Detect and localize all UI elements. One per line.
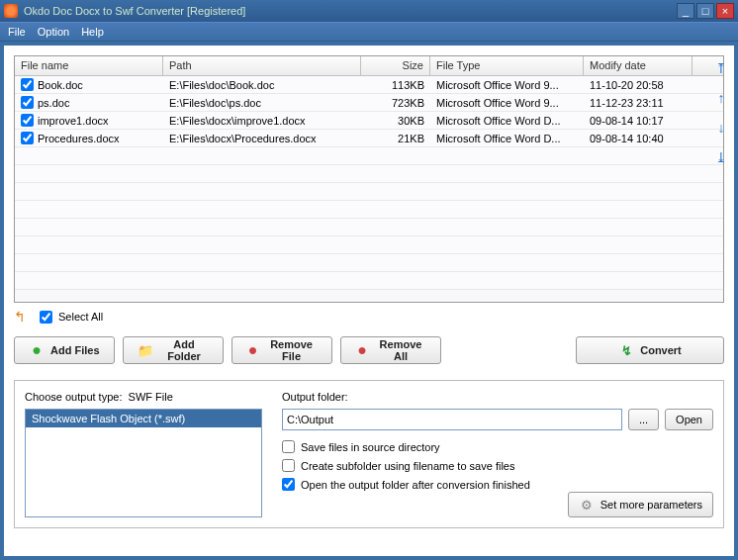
output-type-listbox[interactable]: Shockwave Flash Object (*.swf) [25, 409, 262, 517]
menu-help[interactable]: Help [81, 26, 104, 38]
cell-name: Procedures.docx [15, 130, 163, 146]
table-row[interactable]: ps.docE:\Files\doc\ps.doc723KBMicrosoft … [15, 94, 723, 112]
open-after-checkbox[interactable] [282, 478, 295, 491]
bottom-panel: Choose output type: SWF File Shockwave F… [14, 380, 724, 528]
add-files-button[interactable]: ●Add Files [14, 336, 115, 364]
col-header-size[interactable]: Size [361, 56, 430, 75]
output-folder-label: Output folder: [282, 391, 713, 403]
save-source-checkbox[interactable] [282, 440, 295, 453]
cell-type: Microsoft Office Word D... [430, 130, 584, 146]
up-folder-icon[interactable]: ↰ [14, 309, 26, 325]
cell-type: Microsoft Office Word 9... [430, 76, 584, 93]
content-area: File name Path Size File Type Modify dat… [4, 46, 734, 556]
open-after-label: Open the output folder after conversion … [301, 479, 530, 491]
col-header-path[interactable]: Path [163, 56, 361, 75]
cell-type: Microsoft Office Word 9... [430, 94, 584, 111]
cell-name: improve1.docx [15, 112, 163, 129]
gear-icon: ⚙ [579, 497, 595, 513]
maximize-button[interactable]: □ [696, 3, 714, 19]
plus-icon: ● [29, 342, 45, 358]
table-row[interactable]: Book.docE:\Files\doc\Book.doc113KBMicros… [15, 76, 723, 94]
cell-size: 113KB [361, 76, 430, 93]
cell-size: 30KB [361, 112, 430, 129]
save-source-label: Save files in source directory [301, 441, 440, 453]
set-more-parameters-button[interactable]: ⚙Set more parameters [568, 492, 713, 517]
move-down-button[interactable]: ↓ [712, 119, 730, 137]
move-bottom-button[interactable]: ⤓ [712, 148, 730, 166]
move-top-button[interactable]: ⤒ [712, 59, 730, 77]
menu-file[interactable]: File [8, 26, 26, 38]
table-row[interactable]: improve1.docxE:\Files\docx\improve1.docx… [15, 112, 723, 130]
add-files-label: Add Files [50, 344, 100, 356]
select-all-label: Select All [58, 311, 103, 323]
x-icon: ● [355, 342, 369, 358]
reorder-arrows: ⤒ ↑ ↓ ⤓ [708, 55, 734, 170]
table-row [15, 254, 723, 272]
close-button[interactable]: × [716, 3, 734, 19]
col-header-type[interactable]: File Type [430, 56, 584, 75]
titlebar: Okdo Doc Docx to Swf Converter [Register… [0, 0, 738, 22]
cell-name: ps.doc [15, 94, 163, 111]
col-header-name[interactable]: File name [15, 56, 163, 75]
cell-type: Microsoft Office Word D... [430, 112, 584, 129]
row-checkbox[interactable] [21, 132, 34, 144]
row-checkbox[interactable] [21, 78, 34, 91]
remove-file-button[interactable]: ●Remove File [231, 336, 332, 364]
cell-size: 723KB [361, 94, 430, 111]
table-row [15, 165, 723, 183]
remove-all-label: Remove All [375, 338, 426, 362]
remove-file-label: Remove File [265, 338, 318, 362]
menu-option[interactable]: Option [38, 26, 69, 38]
minimize-button[interactable]: _ [677, 3, 694, 19]
table-row [15, 219, 723, 236]
create-sub-checkbox[interactable] [282, 459, 295, 472]
add-folder-label: Add Folder [159, 338, 209, 362]
table-row [15, 201, 723, 219]
row-checkbox[interactable] [21, 96, 34, 109]
select-all-checkbox[interactable] [40, 311, 52, 324]
table-row [15, 183, 723, 201]
table-row [15, 147, 723, 165]
cell-date: 11-10-20 20:58 [584, 76, 692, 93]
cell-path: E:\Files\docx\improve1.docx [163, 112, 361, 129]
remove-all-button[interactable]: ●Remove All [340, 336, 441, 364]
app-icon [4, 4, 18, 18]
create-sub-label: Create subfolder using filename to save … [301, 460, 514, 472]
output-type-item[interactable]: Shockwave Flash Object (*.swf) [26, 410, 261, 427]
file-grid: File name Path Size File Type Modify dat… [14, 55, 724, 303]
cell-name: Book.doc [15, 76, 163, 93]
convert-label: Convert [640, 344, 682, 356]
table-row [15, 272, 723, 290]
browse-button[interactable]: ... [628, 409, 659, 430]
open-button[interactable]: Open [665, 409, 713, 430]
convert-button[interactable]: ↯Convert [576, 336, 724, 364]
cell-date: 11-12-23 23:11 [584, 94, 692, 111]
cell-path: E:\Files\docx\Procedures.docx [163, 130, 361, 146]
cell-path: E:\Files\doc\Book.doc [163, 76, 361, 93]
menubar: File Option Help [0, 22, 738, 42]
add-folder-button[interactable]: 📁Add Folder [123, 336, 224, 364]
set-more-parameters-label: Set more parameters [600, 499, 702, 511]
output-type-label: Choose output type: SWF File [25, 391, 262, 403]
cell-path: E:\Files\doc\ps.doc [163, 94, 361, 111]
window-title: Okdo Doc Docx to Swf Converter [Register… [24, 5, 677, 17]
output-folder-input[interactable] [282, 409, 622, 430]
cell-date: 09-08-14 10:17 [584, 112, 692, 129]
move-up-button[interactable]: ↑ [712, 89, 730, 107]
folder-icon: 📁 [138, 342, 153, 358]
col-header-date[interactable]: Modify date [584, 56, 692, 75]
cell-date: 09-08-14 10:40 [584, 130, 692, 146]
table-row [15, 236, 723, 254]
table-row[interactable]: Procedures.docxE:\Files\docx\Procedures.… [15, 130, 723, 147]
row-checkbox[interactable] [21, 114, 34, 127]
convert-icon: ↯ [618, 342, 634, 358]
minus-icon: ● [246, 342, 259, 358]
grid-header: File name Path Size File Type Modify dat… [15, 56, 723, 76]
cell-size: 21KB [361, 130, 430, 146]
